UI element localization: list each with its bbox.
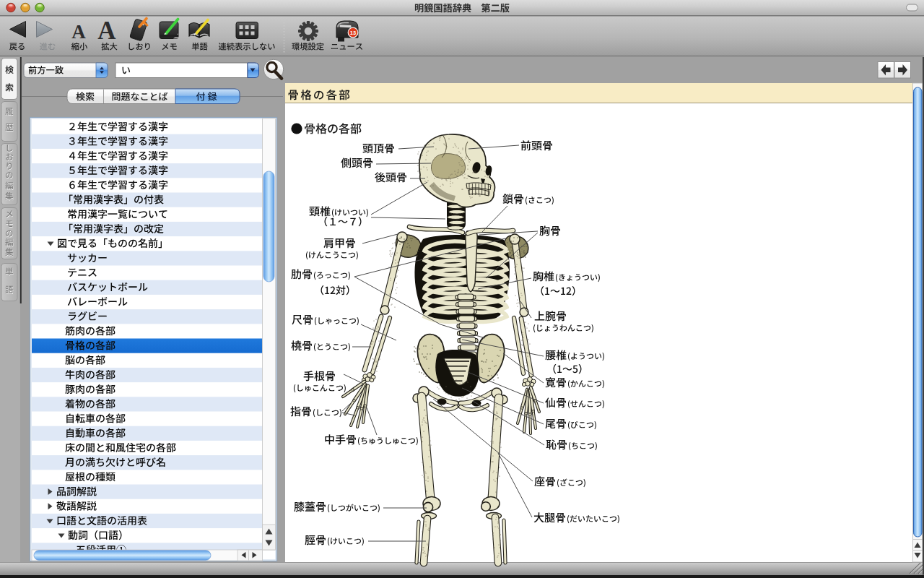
svg-text:13: 13 (350, 30, 356, 36)
svg-text:A: A (97, 17, 116, 45)
svg-text:A: A (71, 21, 86, 43)
